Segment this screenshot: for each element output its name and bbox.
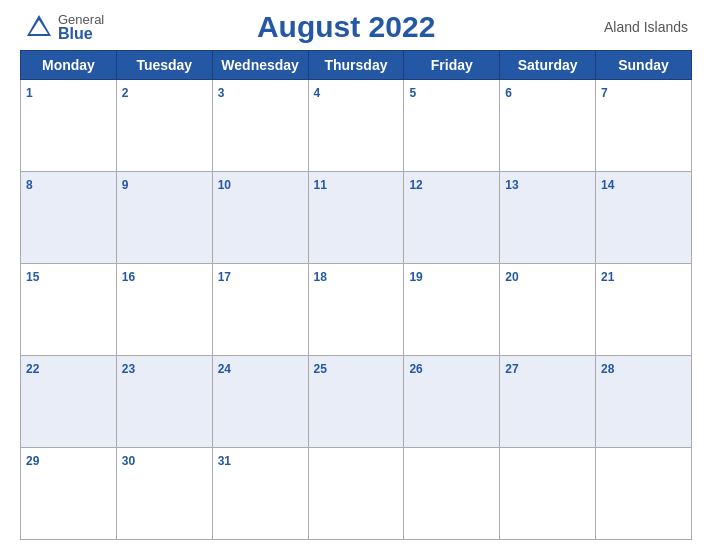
day-number: 16 (122, 270, 135, 284)
calendar-cell: 14 (596, 172, 692, 264)
day-number: 18 (314, 270, 327, 284)
day-number: 12 (409, 178, 422, 192)
day-number: 7 (601, 86, 608, 100)
calendar-week-row-5: 293031 (21, 448, 692, 540)
weekday-header-friday: Friday (404, 51, 500, 80)
calendar-cell: 22 (21, 356, 117, 448)
day-number: 31 (218, 454, 231, 468)
calendar-cell (596, 448, 692, 540)
day-number: 14 (601, 178, 614, 192)
calendar-cell: 17 (212, 264, 308, 356)
day-number: 9 (122, 178, 129, 192)
calendar-cell: 24 (212, 356, 308, 448)
day-number: 13 (505, 178, 518, 192)
calendar-cell: 2 (116, 80, 212, 172)
calendar-cell: 6 (500, 80, 596, 172)
calendar-table: MondayTuesdayWednesdayThursdayFridaySatu… (20, 50, 692, 540)
calendar-cell (308, 448, 404, 540)
day-number: 3 (218, 86, 225, 100)
day-number: 6 (505, 86, 512, 100)
region-label: Aland Islands (588, 19, 688, 35)
calendar-week-row-2: 891011121314 (21, 172, 692, 264)
logo-blue-text: Blue (58, 26, 104, 42)
day-number: 10 (218, 178, 231, 192)
calendar-cell: 20 (500, 264, 596, 356)
day-number: 5 (409, 86, 416, 100)
day-number: 11 (314, 178, 327, 192)
calendar-cell: 31 (212, 448, 308, 540)
weekday-header-sunday: Sunday (596, 51, 692, 80)
calendar-cell: 27 (500, 356, 596, 448)
calendar-week-row-1: 1234567 (21, 80, 692, 172)
calendar-cell: 28 (596, 356, 692, 448)
calendar-cell: 21 (596, 264, 692, 356)
calendar-cell: 30 (116, 448, 212, 540)
day-number: 27 (505, 362, 518, 376)
calendar-cell: 1 (21, 80, 117, 172)
day-number: 15 (26, 270, 39, 284)
calendar-cell (500, 448, 596, 540)
calendar-cell: 9 (116, 172, 212, 264)
day-number: 25 (314, 362, 327, 376)
calendar-cell: 8 (21, 172, 117, 264)
calendar-cell: 12 (404, 172, 500, 264)
day-number: 4 (314, 86, 321, 100)
calendar-cell: 16 (116, 264, 212, 356)
day-number: 26 (409, 362, 422, 376)
day-number: 21 (601, 270, 614, 284)
day-number: 8 (26, 178, 33, 192)
weekday-header-row: MondayTuesdayWednesdayThursdayFridaySatu… (21, 51, 692, 80)
calendar-cell: 5 (404, 80, 500, 172)
day-number: 23 (122, 362, 135, 376)
weekday-header-monday: Monday (21, 51, 117, 80)
calendar-cell: 18 (308, 264, 404, 356)
weekday-header-wednesday: Wednesday (212, 51, 308, 80)
calendar-cell: 10 (212, 172, 308, 264)
calendar-cell: 23 (116, 356, 212, 448)
calendar-cell: 25 (308, 356, 404, 448)
day-number: 1 (26, 86, 33, 100)
logo-general-text: General (58, 13, 104, 26)
calendar-cell: 7 (596, 80, 692, 172)
day-number: 28 (601, 362, 614, 376)
calendar-cell: 11 (308, 172, 404, 264)
day-number: 22 (26, 362, 39, 376)
day-number: 20 (505, 270, 518, 284)
calendar-cell: 26 (404, 356, 500, 448)
weekday-header-thursday: Thursday (308, 51, 404, 80)
logo: General Blue (24, 12, 104, 42)
calendar-cell: 4 (308, 80, 404, 172)
logo-icon (24, 12, 54, 42)
day-number: 24 (218, 362, 231, 376)
day-number: 19 (409, 270, 422, 284)
weekday-header-tuesday: Tuesday (116, 51, 212, 80)
day-number: 30 (122, 454, 135, 468)
calendar-title: August 2022 (104, 10, 588, 44)
day-number: 2 (122, 86, 129, 100)
weekday-header-saturday: Saturday (500, 51, 596, 80)
calendar-cell: 19 (404, 264, 500, 356)
day-number: 29 (26, 454, 39, 468)
calendar-week-row-4: 22232425262728 (21, 356, 692, 448)
day-number: 17 (218, 270, 231, 284)
calendar-header: General Blue August 2022 Aland Islands (20, 10, 692, 44)
calendar-week-row-3: 15161718192021 (21, 264, 692, 356)
calendar-cell: 13 (500, 172, 596, 264)
calendar-cell: 15 (21, 264, 117, 356)
calendar-cell (404, 448, 500, 540)
calendar-cell: 29 (21, 448, 117, 540)
calendar-cell: 3 (212, 80, 308, 172)
